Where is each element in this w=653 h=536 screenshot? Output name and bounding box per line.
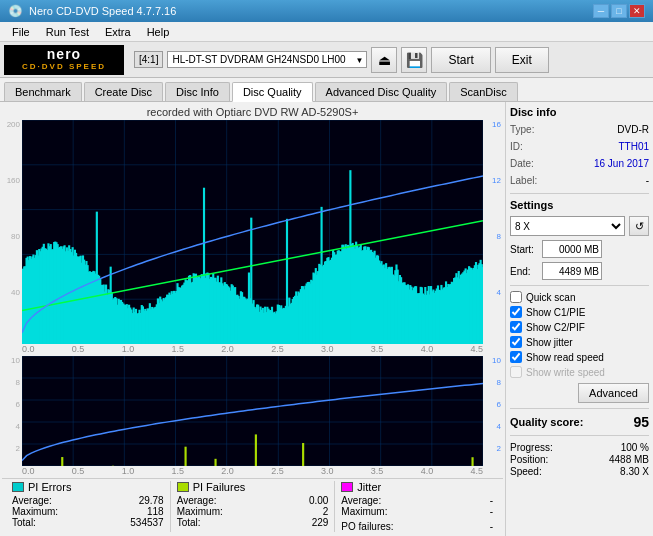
position-row: Position: 4488 MB <box>510 454 649 465</box>
quality-score-label: Quality score: <box>510 416 583 428</box>
menu-extra[interactable]: Extra <box>97 24 139 40</box>
show-write-speed-row: Show write speed <box>510 366 649 378</box>
progress-value: 100 % <box>621 442 649 453</box>
pi-failures-avg-label: Average: <box>177 495 217 506</box>
right-panel: Disc info Type: DVD-R ID: TTH01 Date: 16… <box>505 102 653 536</box>
pi-failures-max-value: 2 <box>323 506 329 517</box>
quality-score-row: Quality score: 95 <box>510 414 649 430</box>
pi-errors-stats: PI Errors Average: 29.78 Maximum: 118 To… <box>6 481 171 532</box>
settings-refresh-button[interactable]: ↺ <box>629 216 649 236</box>
disc-id-row: ID: TTH01 <box>510 140 649 154</box>
po-failures-label: PO failures: <box>341 521 393 532</box>
quick-scan-label: Quick scan <box>526 292 575 303</box>
maximize-button[interactable]: □ <box>611 4 627 18</box>
disc-id-label: ID: <box>510 140 523 154</box>
bottom-chart-canvas <box>22 356 483 466</box>
quality-score-value: 95 <box>633 414 649 430</box>
advanced-button[interactable]: Advanced <box>578 383 649 403</box>
disc-type-label: Type: <box>510 123 534 137</box>
menu-run-test[interactable]: Run Test <box>38 24 97 40</box>
pi-errors-avg-value: 29.78 <box>139 495 164 506</box>
drive-label: [4:1] <box>134 51 163 68</box>
progress-label: Progress: <box>510 442 553 453</box>
toolbar: nero CD·DVD SPEED [4:1] HL-DT-ST DVDRAM … <box>0 42 653 78</box>
bottom-x-axis: 0.0 0.5 1.0 1.5 2.0 2.5 3.0 3.5 4.0 4.5 <box>2 466 503 476</box>
start-range-row: Start: <box>510 240 649 258</box>
window-controls: ─ □ ✕ <box>593 4 645 18</box>
top-y-axis-right: 16 12 8 4 <box>483 120 503 344</box>
quick-scan-checkbox[interactable] <box>510 291 522 303</box>
exit-button[interactable]: Exit <box>495 47 549 73</box>
top-chart: 200 160 80 40 16 12 8 4 <box>2 120 503 344</box>
tab-advanced-disc-quality[interactable]: Advanced Disc Quality <box>315 82 448 101</box>
start-input[interactable] <box>542 240 602 258</box>
app-icon: 💿 <box>8 4 23 18</box>
menu-help[interactable]: Help <box>139 24 178 40</box>
show-c2pif-label: Show C2/PIF <box>526 322 585 333</box>
position-label: Position: <box>510 454 548 465</box>
po-failures-value: - <box>490 521 493 532</box>
pi-errors-legend-box <box>12 482 24 492</box>
eject-button[interactable]: ⏏ <box>371 47 397 73</box>
quick-scan-row: Quick scan <box>510 291 649 303</box>
close-button[interactable]: ✕ <box>629 4 645 18</box>
title-bar: 💿 Nero CD-DVD Speed 4.7.7.16 ─ □ ✕ <box>0 0 653 22</box>
top-y-axis-left: 200 160 80 40 <box>2 120 22 344</box>
end-label: End: <box>510 266 540 277</box>
jitter-max-value: - <box>490 506 493 517</box>
tab-scan-disc[interactable]: ScanDisc <box>449 82 517 101</box>
show-read-speed-label: Show read speed <box>526 352 604 363</box>
top-chart-canvas <box>22 120 483 344</box>
show-c2pif-checkbox[interactable] <box>510 321 522 333</box>
pi-errors-total-label: Total: <box>12 517 36 528</box>
jitter-stats: Jitter Average: - Maximum: - PO failures… <box>335 481 499 532</box>
disc-type-row: Type: DVD-R <box>510 123 649 137</box>
show-c1pie-row: Show C1/PIE <box>510 306 649 318</box>
end-input[interactable] <box>542 262 602 280</box>
stats-row: PI Errors Average: 29.78 Maximum: 118 To… <box>2 478 503 534</box>
show-jitter-checkbox[interactable] <box>510 336 522 348</box>
app-title: Nero CD-DVD Speed 4.7.7.16 <box>29 5 176 17</box>
jitter-legend-box <box>341 482 353 492</box>
minimize-button[interactable]: ─ <box>593 4 609 18</box>
disc-label-label: Label: <box>510 174 537 188</box>
tab-bar: Benchmark Create Disc Disc Info Disc Qua… <box>0 78 653 102</box>
show-read-speed-row: Show read speed <box>510 351 649 363</box>
drive-dropdown[interactable]: HL-DT-ST DVDRAM GH24NSD0 LH00 <box>167 51 367 68</box>
settings-header: Settings <box>510 199 649 211</box>
drive-selector[interactable]: HL-DT-ST DVDRAM GH24NSD0 LH00 <box>167 51 367 68</box>
pi-failures-max-label: Maximum: <box>177 506 223 517</box>
divider-3 <box>510 408 649 409</box>
tab-create-disc[interactable]: Create Disc <box>84 82 163 101</box>
save-button[interactable]: 💾 <box>401 47 427 73</box>
pi-failures-total-value: 229 <box>312 517 329 528</box>
disc-label-value: - <box>646 174 649 188</box>
pi-errors-label: PI Errors <box>28 481 71 493</box>
speed-row: Speed: 8.30 X <box>510 466 649 477</box>
tab-disc-quality[interactable]: Disc Quality <box>232 82 313 102</box>
pi-errors-avg-label: Average: <box>12 495 52 506</box>
pi-errors-max-value: 118 <box>147 506 164 517</box>
main-content: recorded with Optiarc DVD RW AD-5290S+ 2… <box>0 102 653 536</box>
pi-failures-avg-value: 0.00 <box>309 495 328 506</box>
pi-failures-stats: PI Failures Average: 0.00 Maximum: 2 Tot… <box>171 481 336 532</box>
pi-failures-total-label: Total: <box>177 517 201 528</box>
start-button[interactable]: Start <box>431 47 490 73</box>
menu-bar: File Run Test Extra Help <box>0 22 653 42</box>
menu-file[interactable]: File <box>4 24 38 40</box>
disc-type-value: DVD-R <box>617 123 649 137</box>
disc-date-label: Date: <box>510 157 534 171</box>
start-label: Start: <box>510 244 540 255</box>
divider-1 <box>510 193 649 194</box>
show-c1pie-checkbox[interactable] <box>510 306 522 318</box>
tab-disc-info[interactable]: Disc Info <box>165 82 230 101</box>
progress-row: Progress: 100 % <box>510 442 649 453</box>
show-read-speed-checkbox[interactable] <box>510 351 522 363</box>
jitter-max-label: Maximum: <box>341 506 387 517</box>
show-jitter-label: Show jitter <box>526 337 573 348</box>
tab-benchmark[interactable]: Benchmark <box>4 82 82 101</box>
disc-label-row: Label: - <box>510 174 649 188</box>
divider-2 <box>510 285 649 286</box>
show-write-speed-checkbox <box>510 366 522 378</box>
speed-dropdown[interactable]: 8 X 4 X 2 X Maximum <box>510 216 625 236</box>
